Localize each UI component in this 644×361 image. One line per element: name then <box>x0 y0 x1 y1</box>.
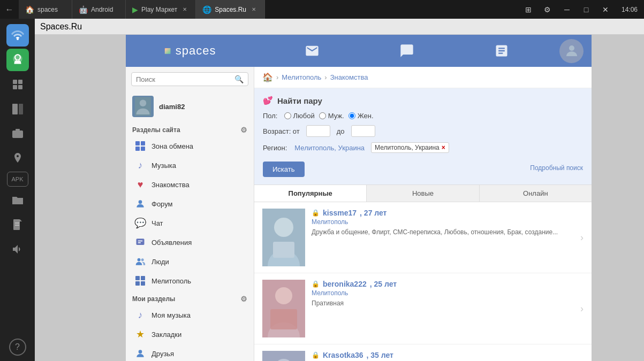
age-from-input[interactable] <box>306 125 330 137</box>
radio-female-input[interactable] <box>348 112 355 119</box>
announcement-icon <box>135 237 146 248</box>
form-bottom-row: Искать Подробный поиск <box>263 158 583 177</box>
user-avatar-header[interactable] <box>559 39 584 63</box>
back-button[interactable]: ← <box>0 0 19 19</box>
breadcrumb-city[interactable]: Мелитополь <box>282 73 321 81</box>
nav-zakladki[interactable]: ★ Закладки <box>126 325 254 344</box>
search-button[interactable]: Искать <box>263 162 305 177</box>
section-header-my: Мои разделы ⚙ <box>126 290 254 305</box>
svg-rect-17 <box>135 141 140 145</box>
radio-male-input[interactable] <box>319 112 326 119</box>
svg-rect-22 <box>137 239 145 245</box>
left-icon-volume[interactable] <box>6 238 29 260</box>
tab-popular[interactable]: Популярные <box>254 185 367 202</box>
breadcrumb-home-icon[interactable]: 🏠 <box>262 72 273 82</box>
svg-point-33 <box>274 218 293 237</box>
nav-lyudi[interactable]: Люди <box>126 252 254 271</box>
person-icon <box>135 198 146 209</box>
tab-android[interactable]: 🤖 Android <box>72 0 126 19</box>
spaces-header: ■ spaces <box>126 35 592 67</box>
settings-icon[interactable]: ⚙ <box>540 2 555 17</box>
nav-chat[interactable] <box>393 37 420 64</box>
nav-druzya[interactable]: Друзья <box>126 344 254 361</box>
bookmark-icon <box>11 103 24 116</box>
profile-card-krasotka36[interactable]: 🔒 Krasotka36 , 35 лет › <box>254 344 592 361</box>
form-title-icon: 💕 <box>263 96 273 105</box>
user-photo-icon <box>135 97 151 116</box>
left-icon-location[interactable] <box>6 147 29 170</box>
left-icon-file[interactable] <box>6 213 29 236</box>
nav-chat[interactable]: 💬 Чат <box>126 213 254 233</box>
breadcrumb: 🏠 › Мелитополь › Знакомства <box>254 67 592 88</box>
left-icon-layers[interactable] <box>6 73 29 96</box>
android-tab-icon: 🤖 <box>79 5 88 14</box>
folder-icon <box>11 194 24 206</box>
grid-squares-icon <box>135 141 146 151</box>
profile-photo-beronika222 <box>262 280 305 337</box>
left-icon-bookmark[interactable] <box>6 98 29 120</box>
wifi-icon <box>11 29 24 42</box>
close-window-icon[interactable]: ✕ <box>598 2 613 17</box>
lock-icon-3: 🔒 <box>312 351 320 359</box>
grid-icon[interactable]: ⊞ <box>521 2 536 17</box>
advanced-search-link[interactable]: Подробный поиск <box>530 164 583 172</box>
search-bar[interactable]: 🔍 <box>131 72 248 86</box>
radio-any-input[interactable] <box>284 112 291 119</box>
lock-icon-2: 🔒 <box>312 280 320 288</box>
gender-label: Пол: <box>263 112 278 120</box>
nav-obyavleniya[interactable]: Объявления <box>126 233 254 252</box>
left-icon-wifi[interactable] <box>6 24 29 47</box>
druzya-icon <box>134 348 146 359</box>
profile-info-beronika222: 🔒 beronika222 , 25 лет Мелитополь Пратив… <box>312 280 574 308</box>
section-title-main: Разделы сайта <box>132 126 180 134</box>
svg-rect-27 <box>135 276 140 280</box>
section-gear-my[interactable]: ⚙ <box>240 295 247 303</box>
nav-notes[interactable] <box>488 37 515 64</box>
help-label: ? <box>15 342 20 352</box>
nav-zona-obmena[interactable]: Зона обмена <box>126 136 254 156</box>
tab-online[interactable]: Онлайн <box>480 185 592 202</box>
left-icon-home[interactable] <box>6 49 29 71</box>
nav-forum[interactable]: Форум <box>126 194 254 213</box>
tab-spaces[interactable]: 🌐 Spaces.Ru ✕ <box>196 0 265 19</box>
browser-area: ■ spaces <box>35 35 644 361</box>
chat-sidebar-icon: 💬 <box>134 217 146 229</box>
breadcrumb-section[interactable]: Знакомства <box>330 73 368 81</box>
svg-rect-28 <box>141 276 145 280</box>
tab-new[interactable]: Новые <box>367 185 479 202</box>
profile-card-kissme17[interactable]: 🔒 kissme17 , 27 лет Мелитополь Дружба и … <box>254 202 592 273</box>
age-to-input[interactable] <box>351 125 375 137</box>
card-arrow-1: › <box>580 232 584 243</box>
username-krasotka36: Krasotka36 <box>323 351 363 359</box>
radio-female[interactable]: Жен. <box>348 112 374 120</box>
radio-any[interactable]: Любой <box>284 112 315 120</box>
profile-card-beronika222[interactable]: 🔒 beronika222 , 25 лет Мелитополь Пратив… <box>254 273 592 344</box>
nav-melitopol[interactable]: Мелитополь <box>126 271 254 290</box>
nav-messages[interactable] <box>299 37 325 64</box>
region-remove-icon[interactable]: × <box>442 144 445 151</box>
left-icon-apk[interactable]: APK <box>7 172 28 187</box>
spaces-close-icon[interactable]: ✕ <box>249 5 258 14</box>
nav-moya-muzyka[interactable]: ♪ Моя музыка <box>126 305 254 325</box>
left-icon-help[interactable]: ? <box>9 339 26 356</box>
age-to-label: до <box>337 127 345 135</box>
minimize-icon[interactable]: ─ <box>559 2 574 17</box>
search-input[interactable] <box>136 75 231 83</box>
section-gear-main[interactable]: ⚙ <box>240 126 247 134</box>
svg-rect-37 <box>270 309 297 329</box>
tab-playmarket[interactable]: ▶ Play Маркет ✕ <box>126 0 196 19</box>
left-icon-folder[interactable] <box>6 189 29 211</box>
addressbar: Spaces.Ru <box>35 19 644 35</box>
clock: 14:06 <box>622 6 638 13</box>
playmarket-close-icon[interactable]: ✕ <box>180 5 189 14</box>
svg-point-9 <box>16 132 20 136</box>
left-icon-camera[interactable] <box>6 122 29 145</box>
nav-muzyka[interactable]: ♪ Музыка <box>126 156 254 175</box>
svg-rect-7 <box>19 104 23 114</box>
tab-welcome[interactable]: 🏠 spaces <box>19 0 72 19</box>
gender-row: Пол: Любой Муж. Жен. <box>263 112 583 120</box>
chat-icon <box>399 43 414 58</box>
maximize-icon[interactable]: □ <box>579 2 594 17</box>
radio-male[interactable]: Муж. <box>319 112 344 120</box>
nav-znakomstva[interactable]: ♥ Знакомства <box>126 175 254 194</box>
